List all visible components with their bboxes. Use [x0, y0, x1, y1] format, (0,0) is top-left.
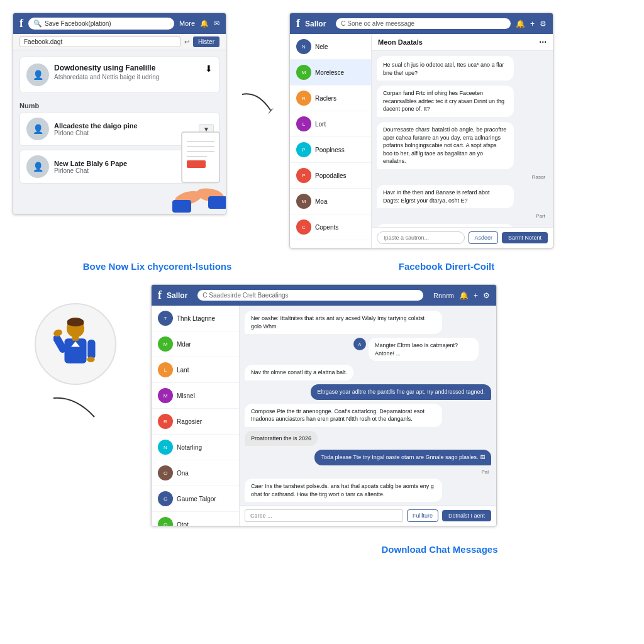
sidebar-name-morelesce: Morelesce: [315, 69, 344, 76]
bell-icon-3: 🔔: [459, 291, 469, 300]
list-avatar-1: 👤: [26, 155, 49, 178]
chat-header-title: Meon Daatals: [378, 38, 423, 46]
fb-logo: f: [19, 17, 23, 30]
msg-text-3: Havr In the then and Banase is refard ab…: [383, 189, 490, 204]
sidebar-item-popodalles[interactable]: P Popodalles: [290, 163, 371, 189]
bottom-msg-3: Eltrgase yoar adltre the panttlls fne ga…: [311, 384, 491, 400]
bottom-nav-extra: Rnnrm: [433, 292, 454, 299]
fulltext-button[interactable]: Fulllture: [407, 509, 438, 522]
svg-point-19: [87, 357, 94, 362]
bottom-sidebar-name-5: Notarling: [177, 444, 202, 451]
url-icon: ↩: [184, 38, 189, 45]
caption-fb-messenger: Facebook Dirert-Coilt: [314, 261, 579, 272]
section-label: Numb: [19, 98, 219, 112]
sidebar-item-copents[interactable]: C Copents: [290, 214, 371, 240]
bottom-sidebar-item-1[interactable]: M Mdar: [152, 331, 239, 357]
more-link[interactable]: More: [179, 19, 195, 28]
chat-header: Meon Daatals ⋯: [372, 34, 553, 51]
download-icon[interactable]: ⬇: [205, 64, 213, 74]
sidebar-item-moa[interactable]: M Moa: [290, 189, 371, 214]
bottom-title: Sallor: [167, 291, 187, 300]
plus-icon-2[interactable]: +: [474, 291, 478, 300]
caption-fb-save: Bove Now Lix chycorent-lsutions: [50, 261, 264, 272]
plus-icon[interactable]: +: [530, 19, 535, 28]
bottom-msg-text-7: Caer Ins the tanshest polse.ds. ans hat …: [251, 483, 434, 497]
download-button[interactable]: Dotnalst I aent: [442, 510, 491, 521]
list-title-1: New Late Blaly 6 Pape: [54, 160, 127, 167]
hister-button[interactable]: Hister: [193, 36, 219, 47]
chat-header-icon: ⋯: [539, 38, 547, 47]
sidebar-avatar-copents: C: [296, 219, 311, 235]
bottom-msg-6: Toda please Tte tny Ingal oaste otarn ar…: [314, 450, 491, 465]
sidebar-avatar-lort: L: [296, 116, 311, 131]
msg-text-1: Corpan fand Frtc inf ohirg hes Faceeten …: [383, 90, 504, 112]
bottom-avatar-1: M: [158, 336, 173, 352]
bottom-sidebar-item-3[interactable]: M Mlsnel: [152, 383, 239, 409]
sidebar-item-lort[interactable]: L Lort: [290, 111, 371, 137]
svg-marker-10: [268, 108, 274, 114]
svg-marker-21: [91, 414, 97, 421]
bottom-sidebar-item-0[interactable]: T Thnk Ltagnne: [152, 306, 239, 331]
bottom-msg-1-row: A Mangter Eltrm laeo Is catmajent? Anton…: [353, 338, 491, 361]
bottom-fb-logo: f: [158, 289, 162, 302]
chat-input[interactable]: [377, 231, 465, 244]
messenger-search[interactable]: C Sone oc alve meessage: [336, 18, 511, 29]
msg-part-label: Part: [377, 213, 548, 219]
messenger-chat: Meon Daatals ⋯ He sual ch jus io odetoc …: [372, 34, 553, 248]
bottom-msg-4: Compose Pte the ttr anenognge. Coaf's ca…: [245, 404, 442, 427]
bottom-footer-input[interactable]: [245, 509, 403, 522]
bottom-sidebar-item-8[interactable]: O Otot: [152, 512, 239, 526]
top-row: f 🔍 Save Facebook(plation) More 🔔 ✉ ↩ Hi…: [13, 13, 631, 248]
fb-url-input[interactable]: [19, 36, 180, 47]
bottom-msg-text-5: Proatoratten the is 2026: [251, 435, 311, 441]
sidebar-item-morelesce[interactable]: M Morelesce: [290, 60, 371, 86]
fb-save-screenshot: f 🔍 Save Facebook(plation) More 🔔 ✉ ↩ Hi…: [13, 13, 226, 214]
msg-text-0: He sual ch jus io odetoc atel, Ites uca*…: [383, 62, 504, 76]
send-button[interactable]: Sarmt Notent: [502, 232, 548, 243]
answer-button[interactable]: Asdeer: [469, 231, 498, 244]
messenger-body: N Nele M Morelesce R Raclers L Lort: [290, 34, 553, 248]
bottom-msg-text-0: Ner oashe: Ittaltnites that arts ant ary…: [251, 315, 425, 330]
bottom-sidebar-item-6[interactable]: O Ona: [152, 460, 239, 486]
svg-rect-17: [87, 340, 95, 359]
caption-download: Download Chat Messages: [267, 544, 613, 555]
msg-rasar-label: Rasar: [377, 174, 548, 180]
bottom-avatar-0: T: [158, 311, 173, 326]
sidebar-name-pooplness: Pooplness: [315, 147, 345, 153]
sidebar-name-popodalles: Popodalles: [315, 172, 346, 179]
bottom-sidebar-name-0: Thnk Ltagnne: [177, 315, 215, 322]
bottom-msg-avatar-1: A: [353, 338, 366, 350]
messenger-nav: f Sallor C Sone oc alve meessage 🔔 + ⚙: [290, 13, 553, 34]
bottom-sidebar-item-7[interactable]: G Gaume Talgor: [152, 486, 239, 512]
messenger-icons: 🔔 + ⚙: [516, 19, 547, 28]
sidebar-item-pooplness[interactable]: P Pooplness: [290, 137, 371, 163]
bell-icon-2: 🔔: [516, 19, 525, 28]
sidebar-name-lort: Lort: [315, 121, 326, 128]
list-sub-0: Pirlone Chat: [54, 130, 138, 136]
bottom-msg-text-1: Mangter Eltrm laeo Is catmajent? Antone!…: [375, 342, 458, 357]
bottom-sidebar-item-5[interactable]: N Notarling: [152, 435, 239, 460]
settings-icon[interactable]: ⚙: [540, 19, 547, 28]
sidebar-avatar-raclers: R: [296, 91, 311, 106]
chat-messages: He sual ch jus io odetoc atel, Ites uca*…: [372, 51, 553, 227]
bottom-avatar-3: M: [158, 388, 173, 403]
bottom-sidebar-item-4[interactable]: R Ragosier: [152, 409, 239, 435]
bottom-sidebar-name-2: Lant: [177, 367, 189, 374]
sidebar-avatar-moa: M: [296, 194, 311, 209]
bottom-msg-icon-6: 🖼: [480, 455, 485, 460]
bottom-sidebar-item-2[interactable]: L Lant: [152, 357, 239, 383]
settings-icon-2[interactable]: ⚙: [483, 291, 490, 300]
person-arrow-container: [50, 395, 101, 429]
svg-rect-8: [172, 200, 191, 213]
person-arrow-svg: [50, 395, 101, 426]
bottom-caption-row: Download Chat Messages: [13, 539, 631, 555]
bottom-msg-text-2: Nav thr olmne conatl itty a elattna balt…: [251, 369, 347, 375]
bottom-avatar-4: R: [158, 414, 173, 429]
bottom-msg-2: Nav thr olmne conatl itty a elattna balt…: [245, 365, 353, 380]
messenger-title: Sallor: [305, 19, 326, 28]
bottom-search[interactable]: C Saadesirde Crelt Baecalings: [197, 290, 423, 301]
sidebar-item-raclers[interactable]: R Raclers: [290, 86, 371, 111]
sidebar-item-nele[interactable]: N Nele: [290, 34, 371, 60]
fb-bottom-screenshot: f Sallor C Saadesirde Crelt Baecalings R…: [151, 284, 497, 526]
bottom-avatar-7: G: [158, 491, 173, 506]
